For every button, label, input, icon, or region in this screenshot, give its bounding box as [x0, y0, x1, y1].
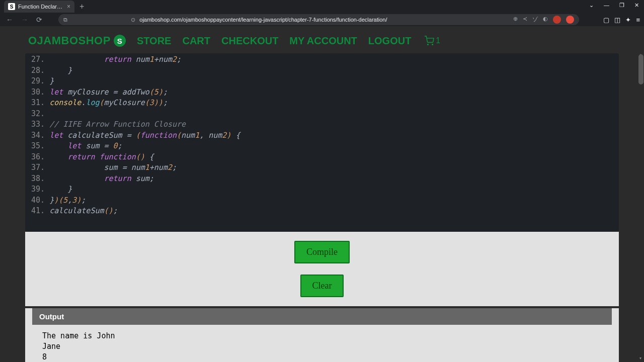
- code-line: 33. // IIFE Arrow Function Closure: [31, 119, 613, 130]
- code-line: 39. }: [31, 184, 613, 195]
- extension-badge-1[interactable]: [553, 16, 561, 24]
- code-line: 28. }: [31, 65, 613, 76]
- site-logo[interactable]: OJAMBOSHOP S: [28, 34, 126, 47]
- scroll-down-icon[interactable]: ▾: [638, 356, 643, 361]
- scrollbar-thumb[interactable]: [638, 54, 643, 84]
- toolbar-right: ▢ ◫ ✦ ≡: [603, 16, 640, 24]
- code-line: 32.: [31, 109, 613, 120]
- site-info-icon[interactable]: ⊙: [131, 17, 135, 23]
- browser-tab[interactable]: S Function Declaration - Ojam ×: [4, 1, 74, 13]
- logo-badge: S: [114, 35, 126, 47]
- code-line: 36. return function() {: [31, 152, 613, 163]
- output-section: Output The name is JohnJane8: [25, 308, 619, 363]
- code-line: 30. let myClosure = addTwo(5);: [31, 87, 613, 98]
- output-line: 8: [42, 352, 602, 363]
- clear-button[interactable]: Clear: [300, 275, 344, 297]
- button-area: Compile Clear: [25, 232, 619, 306]
- panel-icon[interactable]: ▢: [603, 16, 609, 24]
- code-editor[interactable]: 27. return num1+num2;28. }29. }30. let m…: [25, 53, 619, 232]
- output-header: Output: [32, 308, 612, 325]
- rss-icon[interactable]: ゾ: [532, 16, 538, 24]
- extension-badge-2[interactable]: [566, 16, 574, 24]
- code-line: 40. })(5,3);: [31, 195, 613, 206]
- url-text: ojamboshop.com/ojamboshoppaycontent/lear…: [139, 17, 509, 23]
- output-body: The name is JohnJane8: [32, 325, 612, 363]
- url-actions: ⊕ ≺ ゾ ◐: [513, 16, 574, 24]
- nav-cart[interactable]: CART: [182, 35, 210, 47]
- browser-chrome: S Function Declaration - Ojam × + ⌄ — ❐ …: [0, 0, 644, 26]
- code-line: 27. return num1+num2;: [31, 54, 613, 65]
- cart-widget[interactable]: 1: [424, 36, 440, 46]
- code-line: 37. sum = num1+num2;: [31, 162, 613, 173]
- code-line: 34. let calculateSum = (function(num1, n…: [31, 130, 613, 141]
- menu-icon[interactable]: ≡: [636, 16, 640, 24]
- close-window-icon[interactable]: ✕: [631, 1, 642, 10]
- sparkle-icon[interactable]: ✦: [625, 16, 631, 24]
- close-icon[interactable]: ×: [67, 3, 70, 10]
- nav-store[interactable]: STORE: [137, 35, 172, 47]
- scrollbar-track[interactable]: ▴ ▾: [638, 26, 644, 362]
- share-icon[interactable]: ≺: [523, 16, 527, 24]
- nav-logout[interactable]: LOGOUT: [368, 35, 412, 47]
- nav-checkout[interactable]: CHECKOUT: [221, 35, 278, 47]
- maximize-icon[interactable]: ❐: [616, 1, 627, 10]
- forward-button[interactable]: →: [19, 15, 30, 25]
- svg-point-0: [428, 44, 429, 45]
- window-controls: ⌄ — ❐ ✕: [586, 1, 642, 10]
- url-bar[interactable]: ⧉ ⊙ ojamboshop.com/ojamboshoppaycontent/…: [58, 14, 579, 25]
- page-content: OJAMBOSHOP S STORE CART CHECKOUT MY ACCO…: [0, 26, 644, 362]
- reload-button[interactable]: ⟳: [34, 15, 44, 25]
- cart-count: 1: [436, 36, 440, 45]
- code-line: 29. }: [31, 76, 613, 87]
- tab-title: Function Declaration - Ojam: [18, 4, 64, 10]
- back-button[interactable]: ←: [4, 15, 15, 25]
- tab-bar: S Function Declaration - Ojam × + ⌄ — ❐ …: [0, 0, 644, 13]
- code-line: 31. console.log(myClosure(3));: [31, 98, 613, 109]
- new-tab-button[interactable]: +: [79, 2, 84, 11]
- tab-favicon: S: [8, 3, 15, 10]
- shield-icon[interactable]: ◐: [543, 16, 548, 24]
- code-line: 35. let sum = 0;: [31, 141, 613, 152]
- bookmark-icon[interactable]: ⧉: [63, 17, 67, 23]
- chevron-down-icon[interactable]: ⌄: [586, 1, 597, 10]
- cart-icon: [424, 36, 434, 46]
- content-area: 27. return num1+num2;28. }29. }30. let m…: [0, 53, 644, 362]
- code-line: 38. return sum;: [31, 173, 613, 185]
- output-line: The name is John: [42, 331, 602, 341]
- svg-point-1: [432, 44, 433, 45]
- minimize-icon[interactable]: —: [601, 1, 612, 10]
- sidebar-icon[interactable]: ◫: [614, 16, 620, 24]
- logo-text: OJAMBOSHOP: [28, 34, 111, 47]
- zoom-icon[interactable]: ⊕: [513, 16, 518, 24]
- site-header: OJAMBOSHOP S STORE CART CHECKOUT MY ACCO…: [0, 26, 644, 55]
- compile-button[interactable]: Compile: [294, 241, 350, 263]
- output-line: Jane: [42, 341, 602, 352]
- browser-toolbar: ← → ⟳ ⧉ ⊙ ojamboshop.com/ojamboshoppayco…: [0, 13, 644, 26]
- nav-myaccount[interactable]: MY ACCOUNT: [289, 35, 357, 47]
- code-line: 41. calculateSum();: [31, 206, 613, 217]
